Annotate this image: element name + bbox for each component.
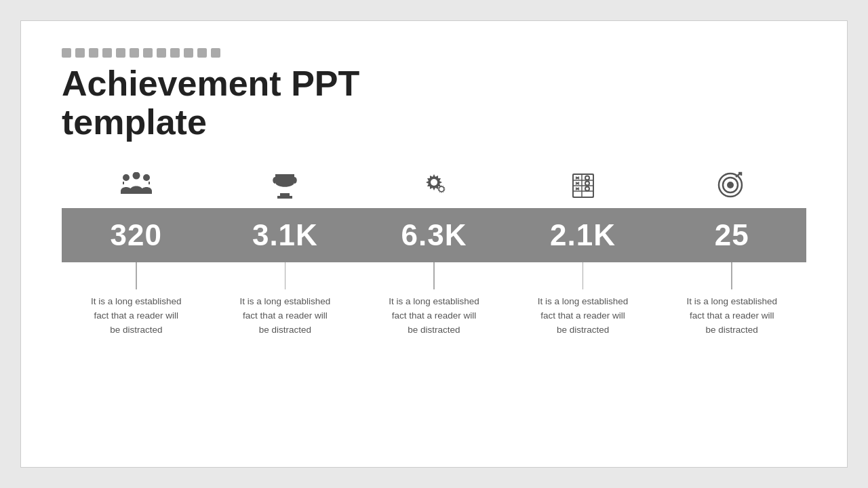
number-value-2: 3.1K bbox=[252, 218, 318, 252]
connector-line-2 bbox=[285, 262, 286, 289]
spreadsheet-icon bbox=[570, 171, 597, 200]
spreadsheet-icon-container bbox=[570, 169, 597, 203]
metric-col-1 bbox=[62, 169, 211, 208]
dot bbox=[130, 48, 139, 58]
dot bbox=[89, 48, 98, 58]
trophy-icon bbox=[272, 171, 298, 200]
number-value-1: 320 bbox=[111, 218, 162, 252]
number-value-4: 2.1K bbox=[550, 218, 616, 252]
team-icon bbox=[121, 172, 152, 199]
desc-text-3: It is a long established fact that a rea… bbox=[387, 295, 481, 338]
connector-line-1 bbox=[136, 262, 137, 289]
team-icon-container bbox=[121, 169, 152, 203]
desc-col-2: It is a long established fact that a rea… bbox=[211, 262, 360, 338]
desc-col-3: It is a long established fact that a rea… bbox=[359, 262, 509, 338]
gears-icon-container bbox=[419, 169, 449, 203]
numbers-bar: 320 3.1K 6.3K 2.1K 25 bbox=[62, 208, 806, 262]
number-value-3: 6.3K bbox=[401, 218, 467, 252]
number-value-5: 25 bbox=[715, 218, 749, 252]
connector-line-3 bbox=[433, 262, 435, 289]
dot bbox=[62, 48, 71, 58]
number-item-5: 25 bbox=[657, 208, 806, 262]
desc-col-4: It is a long established fact that a rea… bbox=[509, 262, 658, 338]
decorative-dots bbox=[62, 48, 806, 58]
number-item-4: 2.1K bbox=[509, 208, 658, 262]
svg-point-7 bbox=[431, 179, 437, 186]
dot bbox=[184, 48, 193, 58]
desc-col-5: It is a long established fact that a rea… bbox=[657, 262, 806, 338]
icons-row bbox=[62, 169, 806, 208]
dot bbox=[143, 48, 153, 58]
svg-point-8 bbox=[439, 187, 443, 191]
target-icon bbox=[717, 171, 747, 200]
desc-text-5: It is a long established fact that a rea… bbox=[684, 295, 779, 338]
number-item-2: 3.1K bbox=[211, 208, 360, 262]
target-icon-container bbox=[717, 169, 747, 203]
dot bbox=[170, 48, 180, 58]
desc-col-1: It is a long established fact that a rea… bbox=[62, 262, 211, 338]
metric-col-3 bbox=[359, 169, 509, 208]
svg-rect-6 bbox=[277, 196, 292, 199]
svg-point-1 bbox=[143, 174, 150, 181]
metrics-section: 320 3.1K 6.3K 2.1K 25 It is a long estab… bbox=[62, 169, 806, 440]
svg-point-2 bbox=[132, 172, 140, 180]
dot bbox=[102, 48, 112, 58]
desc-text-1: It is a long established fact that a rea… bbox=[89, 295, 184, 338]
desc-text-2: It is a long established fact that a rea… bbox=[237, 295, 332, 338]
svg-rect-5 bbox=[280, 193, 290, 196]
connector-line-4 bbox=[583, 262, 584, 289]
metric-col-4 bbox=[509, 169, 658, 208]
number-item-3: 6.3K bbox=[359, 208, 509, 262]
svg-point-26 bbox=[727, 182, 734, 188]
dot bbox=[75, 48, 85, 58]
dot bbox=[116, 48, 125, 58]
metric-col-2 bbox=[211, 169, 360, 208]
slide-title: Achievement PPT template bbox=[62, 64, 806, 142]
dot bbox=[197, 48, 207, 58]
connector-line-5 bbox=[731, 262, 732, 289]
desc-text-4: It is a long established fact that a rea… bbox=[536, 295, 631, 338]
dot bbox=[157, 48, 166, 58]
number-item-1: 320 bbox=[62, 208, 211, 262]
dot bbox=[211, 48, 220, 58]
metric-col-5 bbox=[657, 169, 806, 208]
trophy-icon-container bbox=[272, 169, 298, 203]
slide: Achievement PPT template bbox=[20, 20, 848, 468]
svg-point-0 bbox=[123, 174, 130, 181]
gears-icon bbox=[419, 171, 449, 200]
descriptions-row: It is a long established fact that a rea… bbox=[62, 262, 806, 338]
